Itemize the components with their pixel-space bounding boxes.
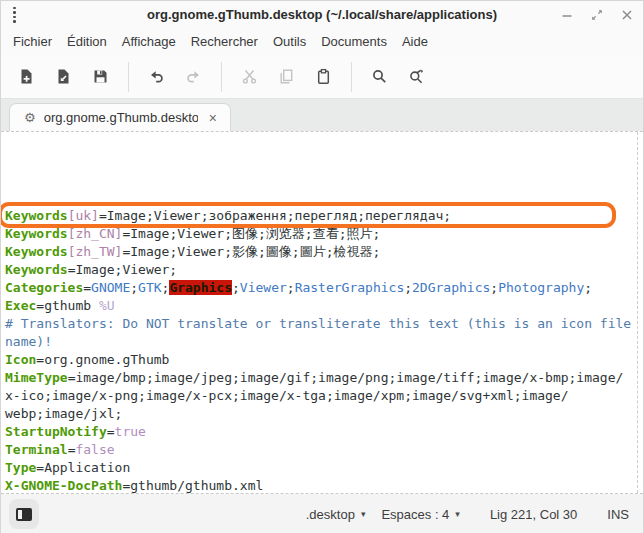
code-line: # Translators: Do NOT translate or trans… xyxy=(5,315,643,333)
minimize-icon xyxy=(560,8,574,22)
undo-button[interactable] xyxy=(138,61,175,93)
paste-icon xyxy=(315,68,332,85)
toolbar-separator xyxy=(351,62,352,92)
filetype-selector[interactable]: .desktop ▾ xyxy=(306,507,366,522)
gedit-window: org.gnome.gThumb.desktop (~/.local/share… xyxy=(0,0,644,533)
undo-icon xyxy=(148,68,165,85)
open-document-button[interactable] xyxy=(45,61,82,93)
code-line: Categories=GNOME;GTK;Graphics;Viewer;Ras… xyxy=(5,279,643,297)
chevron-down-icon: ▾ xyxy=(361,509,366,519)
toolbar xyxy=(1,55,643,98)
search-button[interactable] xyxy=(361,61,398,93)
menu-outils[interactable]: Outils xyxy=(272,32,307,51)
open-document-icon xyxy=(55,68,72,85)
redo-button xyxy=(175,61,212,93)
statusbar: .desktop ▾ Espaces : 4 ▾ Lig 221, Col 30… xyxy=(1,494,643,533)
new-document-icon xyxy=(18,68,35,85)
search-icon xyxy=(371,68,388,85)
menu-documents[interactable]: Documents xyxy=(320,32,388,51)
code-line: X-GNOME-DocPath=gthumb/gthumb.xml xyxy=(5,477,643,494)
statusbar-right: .desktop ▾ Espaces : 4 ▾ Lig 221, Col 30… xyxy=(306,507,629,522)
search-and-replace-button[interactable] xyxy=(398,61,435,93)
window-controls xyxy=(557,5,637,25)
save-document-icon xyxy=(92,68,109,85)
search-and-replace-icon xyxy=(408,68,425,85)
menu-rechercher[interactable]: Rechercher xyxy=(190,32,259,51)
text-editor-area[interactable]: Keywords[uk]=Image;Viewer;зображення;пер… xyxy=(1,131,643,494)
copy-button xyxy=(268,61,305,93)
copy-icon xyxy=(278,68,295,85)
titlebar[interactable]: org.gnome.gThumb.desktop (~/.local/share… xyxy=(1,1,643,28)
redo-icon xyxy=(185,68,202,85)
toolbar-separator xyxy=(128,62,129,92)
code-line: webp;image/jxl; xyxy=(5,405,643,423)
code-line: Keywords[zh_TW]=Image;Viewer;影像;圖像;圖片;檢視… xyxy=(5,243,643,261)
side-panel-icon xyxy=(16,508,32,521)
window-handle-dots-icon[interactable] xyxy=(7,5,22,25)
cut-icon xyxy=(241,68,258,85)
menu-aide[interactable]: Aide xyxy=(401,32,429,51)
save-document-button[interactable] xyxy=(82,61,119,93)
filetype-label: .desktop xyxy=(306,507,355,522)
menubar: FichierÉditionAffichageRechercherOutilsD… xyxy=(1,28,643,55)
cut-button xyxy=(231,61,268,93)
cursor-position: Lig 221, Col 30 xyxy=(490,507,577,522)
minimize-button[interactable] xyxy=(557,5,577,25)
tab-width-label: Espaces : 4 xyxy=(381,507,449,522)
chevron-down-icon: ▾ xyxy=(455,509,460,519)
code-line: Keywords[uk]=Image;Viewer;зображення;пер… xyxy=(5,207,643,225)
code-line: x-ico;image/x-png;image/x-pcx;image/x-tg… xyxy=(5,387,643,405)
code-line: Keywords[zh_CN]=Image;Viewer;图像;浏览器;查看;照… xyxy=(5,225,643,243)
code-line: Icon=org.gnome.gThumb xyxy=(5,351,643,369)
code-line: Keywords=Image;Viewer; xyxy=(5,261,643,279)
close-icon xyxy=(620,8,634,22)
search-match-highlight: Graphics xyxy=(169,280,232,295)
tab-close-icon[interactable]: × xyxy=(206,110,220,126)
gear-icon: ⚙ xyxy=(24,110,36,125)
paste-button[interactable] xyxy=(305,61,342,93)
code-line: Terminal=false xyxy=(5,441,643,459)
window-title: org.gnome.gThumb.desktop (~/.local/share… xyxy=(1,7,643,22)
menu-fichier[interactable]: Fichier xyxy=(12,32,53,51)
toolbar-separator xyxy=(221,62,222,92)
tab-width-selector[interactable]: Espaces : 4 ▾ xyxy=(381,507,459,522)
insert-mode-indicator: INS xyxy=(607,507,629,522)
close-button[interactable] xyxy=(617,5,637,25)
new-document-button[interactable] xyxy=(8,61,45,93)
side-panel-toggle-button[interactable] xyxy=(9,499,39,529)
tab-label: org.gnome.gThumb.desktop xyxy=(44,110,198,125)
restore-icon xyxy=(590,8,604,22)
tab-strip: ⚙ org.gnome.gThumb.desktop × xyxy=(1,98,643,131)
tab-org-gnome-gthumb-desktop[interactable]: ⚙ org.gnome.gThumb.desktop × xyxy=(9,103,231,131)
code-line: name)! xyxy=(5,333,643,351)
code-line: MimeType=image/bmp;image/jpeg;image/gif;… xyxy=(5,369,643,387)
menu-affichage[interactable]: Affichage xyxy=(121,32,177,51)
code-line: Type=Application xyxy=(5,459,643,477)
restore-button[interactable] xyxy=(587,5,607,25)
code-line: StartupNotify=true xyxy=(5,423,643,441)
code-line: Exec=gthumb %U xyxy=(5,297,643,315)
menu-edition[interactable]: Édition xyxy=(66,32,108,51)
